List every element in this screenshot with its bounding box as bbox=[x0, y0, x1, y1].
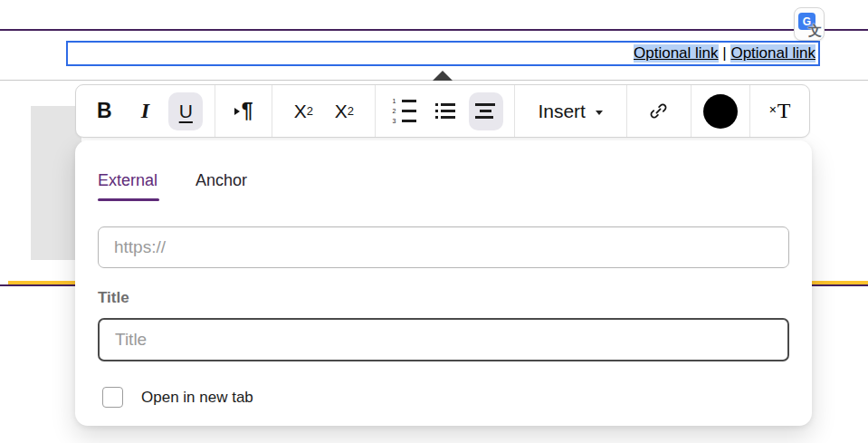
paragraph-group: ¶ bbox=[215, 85, 273, 137]
subscript-base: X bbox=[294, 101, 307, 122]
insert-label: Insert bbox=[538, 101, 586, 122]
alignment-icon bbox=[475, 103, 497, 119]
triangle-right-icon bbox=[234, 108, 240, 115]
superscript-base: X bbox=[335, 101, 348, 122]
page: G 文 Optional link | Optional link B I U … bbox=[0, 0, 868, 443]
unordered-list-icon bbox=[435, 103, 455, 119]
link-separator: | bbox=[719, 44, 731, 63]
subscript-button[interactable]: X2 bbox=[286, 92, 320, 130]
italic-button[interactable]: I bbox=[128, 92, 162, 130]
pilcrow-icon: ¶ bbox=[242, 99, 253, 123]
list-align-group: 1 2 3 bbox=[376, 85, 515, 137]
insert-dropdown[interactable]: Insert bbox=[538, 101, 603, 122]
underline-button[interactable]: U bbox=[168, 92, 203, 130]
times-icon: × bbox=[769, 102, 777, 117]
link-group bbox=[627, 85, 692, 137]
clear-group: × T bbox=[750, 85, 809, 137]
color-group bbox=[692, 85, 750, 137]
superscript-mark: 2 bbox=[348, 104, 354, 118]
title-input[interactable] bbox=[98, 318, 789, 361]
ordered-list-button[interactable]: 1 2 3 bbox=[387, 92, 422, 130]
tab-external[interactable]: External bbox=[98, 171, 157, 201]
paragraph-direction-button[interactable]: ¶ bbox=[226, 92, 261, 130]
clear-formatting-button[interactable]: × T bbox=[769, 99, 791, 123]
text-color-swatch-button[interactable] bbox=[703, 94, 738, 129]
optional-link-2[interactable]: Optional link bbox=[730, 44, 816, 63]
alignment-button[interactable] bbox=[469, 92, 503, 130]
clear-t-glyph: T bbox=[777, 99, 791, 123]
optional-link-1[interactable]: Optional link bbox=[634, 44, 719, 63]
superscript-button[interactable]: X2 bbox=[327, 92, 361, 130]
chevron-down-icon bbox=[596, 111, 603, 115]
dialog-tabs: External Anchor bbox=[98, 171, 789, 201]
bold-button[interactable]: B bbox=[87, 92, 121, 130]
subscript-mark: 2 bbox=[307, 104, 313, 118]
top-purple-rule bbox=[0, 29, 868, 31]
translate-language-icon: 文 bbox=[808, 24, 822, 37]
link-button[interactable] bbox=[642, 92, 676, 130]
unordered-list-button[interactable] bbox=[428, 92, 463, 130]
ordered-list-icon: 1 2 3 bbox=[393, 98, 416, 124]
formatting-toolbar: B I U ¶ X2 X2 1 2 3 bbox=[75, 84, 810, 138]
link-icon bbox=[647, 100, 670, 122]
new-tab-row: Open in new tab bbox=[98, 387, 789, 408]
url-input[interactable] bbox=[98, 226, 789, 268]
text-style-group: B I U bbox=[76, 85, 215, 137]
title-label: Title bbox=[98, 289, 789, 307]
new-tab-checkbox[interactable] bbox=[102, 387, 123, 408]
google-translate-button[interactable]: G 文 bbox=[794, 7, 825, 41]
content-placeholder-block bbox=[31, 106, 81, 260]
link-dialog: External Anchor Title Open in new tab bbox=[75, 140, 812, 426]
toolbar-pointer-triangle bbox=[433, 71, 453, 81]
new-tab-label: Open in new tab bbox=[141, 389, 253, 407]
selected-text-field[interactable]: Optional link | Optional link bbox=[66, 41, 820, 66]
script-group: X2 X2 bbox=[272, 85, 376, 137]
tab-anchor[interactable]: Anchor bbox=[196, 171, 247, 201]
insert-group: Insert bbox=[515, 85, 627, 137]
